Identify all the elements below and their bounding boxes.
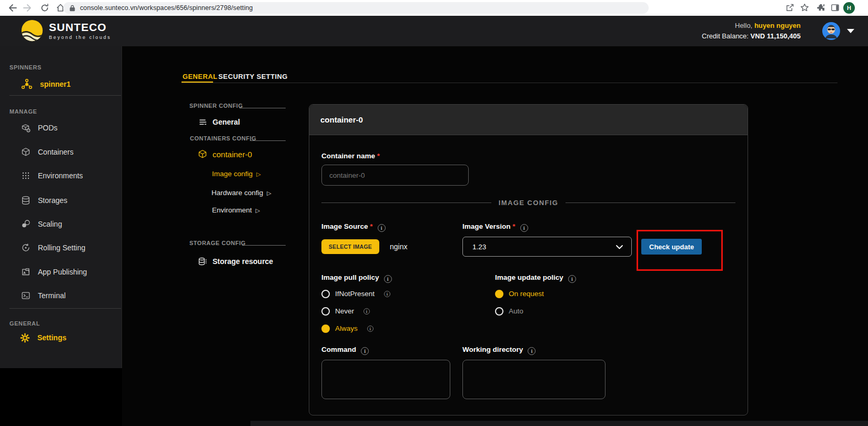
play-icon: ▷ bbox=[256, 171, 260, 177]
confignav-item-environment[interactable]: Environment▷ bbox=[212, 206, 260, 214]
info-icon[interactable] bbox=[528, 347, 536, 355]
main-content: GENERAL SECURITY SETTING SPINNER CONFIG … bbox=[122, 46, 868, 426]
radio-icon[interactable] bbox=[495, 290, 503, 298]
radio-icon[interactable] bbox=[495, 307, 503, 316]
credit-value: VND 11,150,405 bbox=[751, 32, 801, 40]
app-header: SUNTECO Beyond the clouds Hello, huyen n… bbox=[0, 16, 868, 46]
info-icon[interactable] bbox=[384, 275, 392, 283]
confignav-item-image-config[interactable]: Image config▷ bbox=[212, 170, 261, 178]
sidebar-item-environments[interactable]: Environments bbox=[21, 169, 83, 182]
sidebar-item-spinner1[interactable]: spinner1 bbox=[21, 78, 70, 90]
cube-icon bbox=[21, 147, 31, 157]
reload-icon[interactable] bbox=[40, 3, 49, 13]
list-lines-icon bbox=[198, 118, 207, 127]
info-icon[interactable] bbox=[367, 326, 374, 332]
info-icon[interactable] bbox=[568, 275, 576, 283]
sidebar-section-spinners: SPINNERS bbox=[9, 64, 42, 70]
radio-never[interactable]: Never bbox=[321, 302, 450, 320]
bookmark-star-icon[interactable] bbox=[800, 3, 810, 13]
info-icon[interactable] bbox=[378, 224, 386, 232]
tab-general[interactable]: GENERAL bbox=[183, 73, 217, 80]
working-directory-textarea[interactable] bbox=[462, 360, 605, 399]
sidebar-divider bbox=[9, 308, 121, 309]
radio-icon[interactable] bbox=[321, 324, 330, 333]
image-name-value: nginx bbox=[390, 242, 407, 251]
account-menu-caret-icon[interactable] bbox=[847, 29, 854, 33]
confignav-item-storage-resource[interactable]: Storage resource bbox=[198, 255, 273, 268]
sunteco-logo-icon bbox=[20, 18, 44, 43]
greeting-prefix: Hello, bbox=[735, 22, 752, 29]
radio-icon[interactable] bbox=[321, 307, 330, 316]
image-pull-policy-label: Image pull policy bbox=[321, 273, 379, 281]
confignav-item-hardware-config[interactable]: Hardware config▷ bbox=[211, 189, 271, 197]
forward-icon[interactable] bbox=[23, 3, 33, 13]
radio-ifnotpresent[interactable]: IfNotPresent bbox=[321, 285, 450, 302]
brand-tagline: Beyond the clouds bbox=[49, 35, 111, 40]
info-icon[interactable] bbox=[520, 224, 528, 232]
working-directory-label: Working directory bbox=[462, 346, 523, 353]
play-icon: ▷ bbox=[256, 207, 260, 214]
tabs-divider bbox=[181, 83, 837, 83]
info-icon[interactable] bbox=[364, 308, 370, 315]
address-bar[interactable]: console.sunteco.vn/workspaces/656/spinne… bbox=[63, 2, 649, 14]
sidebar-item-label: spinner1 bbox=[40, 80, 70, 88]
extensions-puzzle-icon[interactable] bbox=[816, 3, 826, 13]
browser-profile-avatar[interactable]: H bbox=[843, 2, 855, 14]
sidebar-item-rolling-setting[interactable]: Rolling Setting bbox=[21, 241, 85, 254]
image-config-divider: IMAGE CONFIG bbox=[321, 199, 735, 207]
back-icon[interactable] bbox=[7, 3, 17, 13]
radio-on-request[interactable]: On request bbox=[495, 285, 735, 302]
sidebar-item-label: App Publishing bbox=[38, 268, 87, 276]
share-icon[interactable] bbox=[785, 3, 795, 13]
sidebar: SPINNERS spinner1 MANAGE PODs Containers bbox=[0, 46, 122, 368]
container-config-card: container-0 Container name IMAGE CONFIG … bbox=[309, 104, 748, 415]
sidebar-item-label: PODs bbox=[38, 124, 57, 132]
info-icon[interactable] bbox=[384, 291, 390, 297]
footer-bar: Instances 1 VND 210/hour Estimate cost (… bbox=[250, 421, 868, 426]
tab-security-setting[interactable]: SECURITY SETTING bbox=[218, 73, 288, 80]
user-avatar[interactable] bbox=[822, 22, 840, 40]
radio-auto[interactable]: Auto bbox=[495, 302, 735, 320]
storage-resource-icon bbox=[198, 257, 207, 266]
sidebar-item-label: Storages bbox=[38, 196, 67, 205]
cube-icon bbox=[198, 149, 207, 159]
sidebar-divider bbox=[9, 95, 121, 96]
user-name: huyen nguyen bbox=[754, 22, 801, 29]
confignav-item-label: container-0 bbox=[213, 150, 252, 159]
confignav-item-label: General bbox=[213, 118, 240, 126]
brand-block: SUNTECO Beyond the clouds bbox=[49, 21, 111, 40]
confignav-line bbox=[239, 108, 286, 108]
sidebar-item-terminal[interactable]: Terminal bbox=[21, 289, 66, 302]
credit-label: Credit Balance: bbox=[702, 32, 749, 40]
confignav-spinner-config-label: SPINNER CONFIG bbox=[189, 103, 243, 109]
confignav-line bbox=[242, 245, 286, 246]
container-name-label: Container name bbox=[321, 152, 735, 160]
select-image-button[interactable]: SELECT IMAGE bbox=[321, 239, 379, 254]
container-name-input[interactable] bbox=[321, 165, 469, 186]
user-greeting: Hello, huyen nguyen Credit Balance: VND … bbox=[702, 21, 801, 42]
command-label: Command bbox=[321, 346, 356, 353]
scaling-icon bbox=[21, 219, 31, 229]
url-text[interactable]: console.sunteco.vn/workspaces/656/spinne… bbox=[80, 4, 253, 12]
side-panel-icon[interactable] bbox=[831, 3, 840, 13]
sidebar-item-label: Containers bbox=[38, 148, 74, 156]
sidebar-item-containers[interactable]: Containers bbox=[21, 146, 74, 158]
radio-icon[interactable] bbox=[321, 290, 330, 298]
confignav-item-container-0[interactable]: container-0 bbox=[198, 148, 252, 160]
info-icon[interactable] bbox=[361, 347, 369, 355]
sidebar-section-manage: MANAGE bbox=[9, 108, 37, 115]
radio-always[interactable]: Always bbox=[321, 320, 450, 337]
sidebar-item-settings[interactable]: Settings bbox=[20, 331, 66, 344]
card-title: container-0 bbox=[309, 105, 748, 135]
confignav-containers-config-label: CONTAINERS CONFIG bbox=[190, 135, 256, 141]
sidebar-item-pods[interactable]: PODs bbox=[21, 121, 57, 134]
command-textarea[interactable] bbox=[321, 360, 450, 399]
sidebar-item-scaling[interactable]: Scaling bbox=[21, 218, 62, 230]
sidebar-item-storages[interactable]: Storages bbox=[21, 194, 67, 207]
confignav-item-general[interactable]: General bbox=[198, 116, 240, 128]
check-update-button[interactable]: Check update bbox=[641, 239, 702, 255]
sidebar-item-app-publishing[interactable]: App Publishing bbox=[21, 266, 87, 278]
image-update-policy-label: Image update policy bbox=[495, 273, 563, 281]
sidebar-item-label: Environments bbox=[38, 171, 83, 180]
image-version-dropdown[interactable]: 1.23 bbox=[462, 237, 632, 257]
